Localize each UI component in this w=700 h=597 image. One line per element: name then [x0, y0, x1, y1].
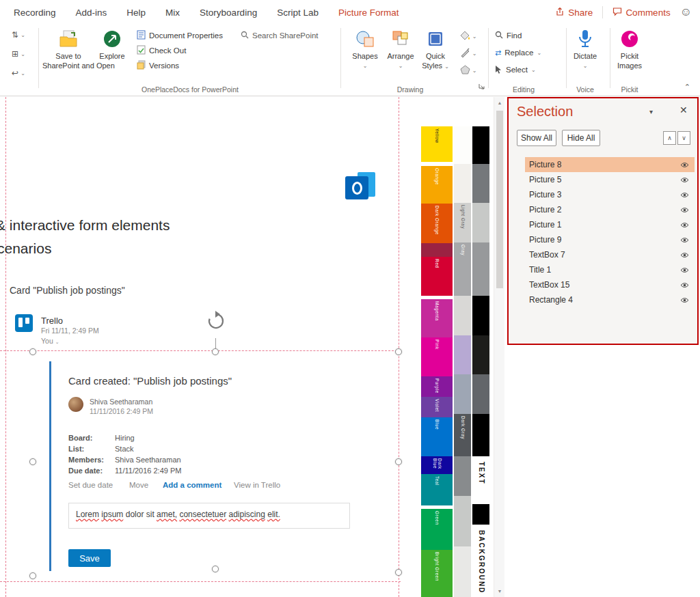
selection-handle-bottom-left[interactable]: [29, 572, 36, 579]
slide-canvas[interactable]: & interactive form elements cenarios Car…: [0, 97, 494, 597]
chevron-down-icon: ⌄: [531, 67, 536, 73]
show-all-button[interactable]: Show All: [517, 130, 556, 146]
palette-swatch: Teal: [421, 474, 453, 505]
bring-forward-button[interactable]: ∧: [663, 131, 676, 145]
palette-swatch-label: Teal: [435, 476, 440, 505]
close-icon[interactable]: ✕: [679, 105, 688, 115]
palette-swatch: Bright Green: [421, 550, 453, 597]
palette-swatch: [472, 164, 489, 203]
palette-swatch: [454, 126, 471, 164]
eye-icon[interactable]: [680, 192, 689, 198]
palette-swatch: [454, 296, 471, 335]
pickit-icon: [612, 26, 647, 52]
palette-swatch-label: TEXT: [478, 462, 485, 504]
select-button[interactable]: Select ⌄: [495, 63, 536, 77]
palette-swatch: Red: [421, 257, 453, 296]
palette-swatch-label: Violet: [435, 399, 440, 417]
selection-item-textbox-7[interactable]: TextBox 7: [525, 247, 695, 262]
collapse-ribbon-button[interactable]: ⌃: [684, 83, 690, 92]
palette-swatch-label: Pink: [435, 339, 440, 376]
palette-swatch: Orange: [421, 166, 453, 204]
palette-column[interactable]: TEXTBACKGROUND: [472, 126, 489, 597]
scrollbar-thumb[interactable]: [496, 111, 503, 288]
group-label-editing: Editing: [495, 85, 552, 94]
group-separator: [610, 28, 610, 88]
selection-handle-bottom-mid[interactable]: [212, 566, 219, 572]
pane-menu-caret-icon[interactable]: ▾: [649, 108, 653, 115]
send-backward-button[interactable]: ∨: [677, 131, 690, 145]
selection-handle-mid-right[interactable]: [395, 458, 402, 465]
palette-swatch: [472, 126, 489, 164]
select-label: Select: [506, 66, 528, 74]
eye-icon[interactable]: [680, 267, 689, 273]
palette-swatch-label: Magenta: [435, 301, 440, 337]
selection-item-label: Picture 5: [529, 175, 680, 184]
eye-icon[interactable]: [680, 282, 689, 288]
palette-swatch: Violet: [421, 397, 453, 417]
palette-swatch-label: Bright Green: [435, 552, 440, 597]
palette-swatch: Yellow: [421, 126, 453, 162]
selection-pane: Selection ▾ ✕ Show All Hide All ∧ ∨ Pict…: [507, 97, 699, 345]
dictate-label: Dictate: [567, 52, 603, 61]
selection-handle-bottom-right[interactable]: [395, 569, 402, 576]
pickit-images-button[interactable]: Pickit Images: [612, 26, 647, 92]
eye-icon[interactable]: [680, 222, 689, 228]
share-button[interactable]: Share: [555, 7, 593, 18]
palette-swatch: [472, 335, 489, 374]
selection-item-picture-5[interactable]: Picture 5: [525, 172, 695, 187]
menu-divider: [602, 6, 603, 18]
dictate-button[interactable]: Dictate ⌄: [567, 26, 603, 92]
palette-swatch-label: Gray: [460, 245, 465, 296]
eye-icon[interactable]: [680, 177, 689, 183]
find-button[interactable]: Find: [495, 29, 522, 42]
palette-swatch: Green: [421, 509, 453, 550]
replace-icon: ⇄: [495, 48, 501, 57]
selection-item-label: Rectangle 4: [529, 295, 680, 305]
palette-swatch-label: Dark Blue: [433, 458, 442, 474]
palette-column[interactable]: Light GrayGrayDark Gray: [454, 126, 471, 597]
eye-icon[interactable]: [680, 252, 689, 258]
selection-item-label: TextBox 15: [529, 280, 680, 290]
palette-swatch: Magenta: [421, 299, 453, 337]
palette-swatch: Gray: [454, 242, 471, 296]
selection-item-picture-3[interactable]: Picture 3: [525, 187, 695, 202]
palette-swatch: [472, 296, 489, 335]
palette-swatch-label: BACKGROUND: [478, 530, 485, 597]
select-icon: [495, 65, 502, 75]
eye-icon[interactable]: [680, 237, 689, 243]
chevron-down-icon: ⌄: [537, 50, 541, 56]
selection-item-picture-1[interactable]: Picture 1: [525, 217, 695, 232]
palette-swatch: [472, 504, 489, 525]
hide-all-button[interactable]: Hide All: [562, 130, 600, 146]
palette-swatch-label: Dark Orange: [435, 206, 440, 243]
selection-handle-top-left[interactable]: [29, 348, 36, 355]
selection-item-title-1[interactable]: Title 1: [525, 262, 695, 277]
palette-swatch-label: Light Gray: [460, 205, 465, 242]
selection-item-rectangle-4[interactable]: Rectangle 4: [525, 292, 695, 307]
palette-swatch-label: Red: [435, 259, 440, 296]
eye-icon[interactable]: [680, 207, 689, 213]
selection-item-textbox-15[interactable]: TextBox 15: [525, 277, 695, 292]
selection-item-label: Title 1: [529, 265, 680, 275]
selection-handle-mid-left[interactable]: [29, 458, 36, 465]
palette-swatch-label: Orange: [435, 168, 440, 204]
replace-button[interactable]: ⇄ Replace ⌄: [495, 46, 541, 59]
selection-item-picture-2[interactable]: Picture 2: [525, 202, 695, 217]
selection-item-picture-9[interactable]: Picture 9: [525, 232, 695, 247]
palette-column[interactable]: YellowOrangeDark OrangeRedMagentaPinkPur…: [421, 126, 453, 597]
scroll-up-button[interactable]: ▲: [494, 97, 505, 109]
eye-icon[interactable]: [680, 162, 689, 168]
comments-button[interactable]: Comments: [612, 7, 670, 18]
palette-swatch: [454, 374, 471, 414]
palette-swatch: Blue: [421, 417, 453, 456]
selection-handle-top-mid[interactable]: [212, 348, 219, 355]
vertical-scrollbar[interactable]: ▲ ▼: [494, 97, 504, 597]
selection-handle-top-right[interactable]: [395, 348, 402, 355]
eye-icon[interactable]: [680, 297, 689, 303]
palette-swatch: [421, 243, 453, 257]
feedback-smiley-icon[interactable]: ☺: [680, 5, 692, 19]
scroll-down-button[interactable]: ▼: [494, 585, 505, 597]
selection-item-picture-8[interactable]: Picture 8: [525, 157, 695, 172]
group-label-voice: Voice: [567, 85, 603, 94]
palette-swatch: Pink: [421, 337, 453, 376]
